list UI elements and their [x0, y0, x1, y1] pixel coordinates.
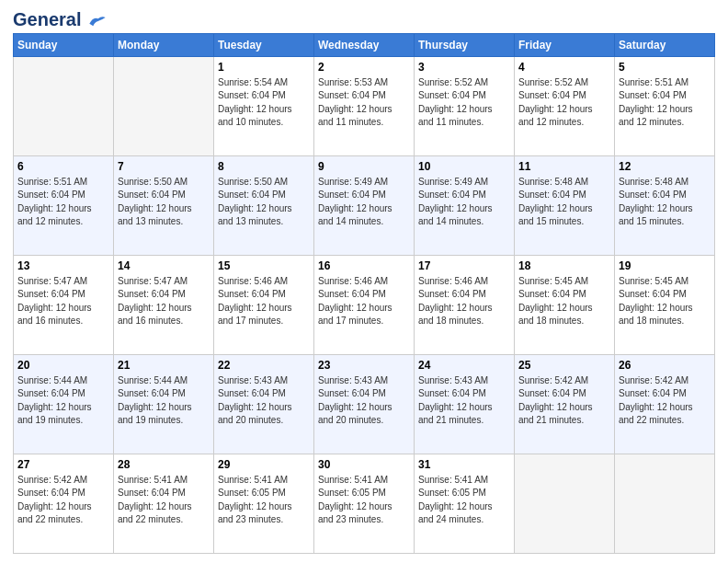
day-number: 20: [17, 358, 109, 373]
calendar-cell: [14, 57, 114, 156]
day-number: 14: [118, 259, 210, 274]
calendar-cell: 2Sunrise: 5:53 AM Sunset: 6:04 PM Daylig…: [314, 57, 415, 156]
day-info: Sunrise: 5:41 AM Sunset: 6:05 PM Dayligh…: [418, 474, 510, 527]
day-number: 9: [318, 159, 410, 175]
weekday-header-wednesday: Wednesday: [314, 34, 415, 57]
day-info: Sunrise: 5:49 AM Sunset: 6:04 PM Dayligh…: [418, 176, 510, 229]
calendar-cell: 27Sunrise: 5:42 AM Sunset: 6:04 PM Dayli…: [14, 454, 114, 554]
calendar-cell: 18Sunrise: 5:45 AM Sunset: 6:04 PM Dayli…: [515, 256, 615, 355]
calendar-week-4: 20Sunrise: 5:44 AM Sunset: 6:04 PM Dayli…: [14, 355, 715, 454]
day-info: Sunrise: 5:41 AM Sunset: 6:04 PM Dayligh…: [118, 474, 210, 527]
day-number: 23: [318, 358, 410, 373]
calendar-cell: 19Sunrise: 5:45 AM Sunset: 6:04 PM Dayli…: [615, 256, 715, 355]
day-info: Sunrise: 5:49 AM Sunset: 6:04 PM Dayligh…: [318, 176, 410, 229]
day-info: Sunrise: 5:52 AM Sunset: 6:04 PM Dayligh…: [418, 76, 510, 130]
calendar-cell: 24Sunrise: 5:43 AM Sunset: 6:04 PM Dayli…: [415, 355, 515, 454]
day-info: Sunrise: 5:45 AM Sunset: 6:04 PM Dayligh…: [518, 275, 610, 328]
day-number: 18: [518, 259, 610, 274]
day-number: 24: [418, 358, 510, 373]
calendar-cell: 29Sunrise: 5:41 AM Sunset: 6:05 PM Dayli…: [214, 454, 314, 554]
day-info: Sunrise: 5:46 AM Sunset: 6:04 PM Dayligh…: [318, 275, 410, 328]
day-number: 22: [218, 358, 310, 373]
calendar-body: 1Sunrise: 5:54 AM Sunset: 6:04 PM Daylig…: [14, 57, 715, 554]
logo-bird-icon: [88, 15, 107, 28]
calendar-cell: 8Sunrise: 5:50 AM Sunset: 6:04 PM Daylig…: [214, 156, 314, 256]
day-info: Sunrise: 5:43 AM Sunset: 6:04 PM Dayligh…: [418, 374, 510, 428]
calendar-cell: 28Sunrise: 5:41 AM Sunset: 6:04 PM Dayli…: [114, 454, 214, 554]
day-number: 10: [418, 159, 510, 175]
day-info: Sunrise: 5:43 AM Sunset: 6:04 PM Dayligh…: [218, 374, 310, 428]
calendar-cell: 31Sunrise: 5:41 AM Sunset: 6:05 PM Dayli…: [415, 454, 515, 554]
day-number: 4: [518, 60, 610, 75]
calendar-cell: 25Sunrise: 5:42 AM Sunset: 6:04 PM Dayli…: [515, 355, 615, 454]
day-info: Sunrise: 5:53 AM Sunset: 6:04 PM Dayligh…: [318, 76, 410, 130]
day-number: 5: [619, 60, 711, 75]
page: General SundayMondayTuesdayWednesdayThur…: [0, 0, 728, 563]
calendar-week-2: 6Sunrise: 5:51 AM Sunset: 6:04 PM Daylig…: [14, 156, 715, 256]
day-info: Sunrise: 5:48 AM Sunset: 6:04 PM Dayligh…: [518, 176, 610, 229]
day-info: Sunrise: 5:54 AM Sunset: 6:04 PM Dayligh…: [218, 76, 310, 130]
day-info: Sunrise: 5:42 AM Sunset: 6:04 PM Dayligh…: [619, 374, 711, 428]
day-info: Sunrise: 5:44 AM Sunset: 6:04 PM Dayligh…: [17, 374, 109, 428]
day-info: Sunrise: 5:52 AM Sunset: 6:04 PM Dayligh…: [518, 76, 610, 130]
day-number: 1: [218, 60, 310, 75]
weekday-header-row: SundayMondayTuesdayWednesdayThursdayFrid…: [14, 34, 715, 57]
day-info: Sunrise: 5:50 AM Sunset: 6:04 PM Dayligh…: [218, 176, 310, 229]
day-number: 28: [118, 457, 210, 473]
weekday-header-tuesday: Tuesday: [214, 34, 314, 57]
calendar-cell: 30Sunrise: 5:41 AM Sunset: 6:05 PM Dayli…: [314, 454, 415, 554]
weekday-header-saturday: Saturday: [615, 34, 715, 57]
calendar-cell: 6Sunrise: 5:51 AM Sunset: 6:04 PM Daylig…: [14, 156, 114, 256]
calendar-cell: 1Sunrise: 5:54 AM Sunset: 6:04 PM Daylig…: [214, 57, 314, 156]
calendar-cell: [114, 57, 214, 156]
calendar-cell: 22Sunrise: 5:43 AM Sunset: 6:04 PM Dayli…: [214, 355, 314, 454]
day-number: 11: [518, 159, 610, 175]
calendar-week-1: 1Sunrise: 5:54 AM Sunset: 6:04 PM Daylig…: [14, 57, 715, 156]
calendar-cell: 3Sunrise: 5:52 AM Sunset: 6:04 PM Daylig…: [415, 57, 515, 156]
day-info: Sunrise: 5:41 AM Sunset: 6:05 PM Dayligh…: [318, 474, 410, 527]
calendar-cell: 26Sunrise: 5:42 AM Sunset: 6:04 PM Dayli…: [615, 355, 715, 454]
day-number: 19: [619, 259, 711, 274]
calendar-cell: 10Sunrise: 5:49 AM Sunset: 6:04 PM Dayli…: [415, 156, 515, 256]
day-number: 3: [418, 60, 510, 75]
day-number: 15: [218, 259, 310, 274]
calendar-cell: 13Sunrise: 5:47 AM Sunset: 6:04 PM Dayli…: [14, 256, 114, 355]
day-info: Sunrise: 5:48 AM Sunset: 6:04 PM Dayligh…: [619, 176, 711, 229]
calendar-cell: 16Sunrise: 5:46 AM Sunset: 6:04 PM Dayli…: [314, 256, 415, 355]
calendar-cell: 20Sunrise: 5:44 AM Sunset: 6:04 PM Dayli…: [14, 355, 114, 454]
weekday-header-friday: Friday: [515, 34, 615, 57]
day-number: 21: [118, 358, 210, 373]
day-number: 26: [619, 358, 711, 373]
calendar-cell: [615, 454, 715, 554]
day-info: Sunrise: 5:46 AM Sunset: 6:04 PM Dayligh…: [418, 275, 510, 328]
calendar-cell: 11Sunrise: 5:48 AM Sunset: 6:04 PM Dayli…: [515, 156, 615, 256]
day-number: 6: [17, 159, 109, 175]
day-info: Sunrise: 5:45 AM Sunset: 6:04 PM Dayligh…: [619, 275, 711, 328]
day-number: 12: [619, 159, 711, 175]
logo-text: General: [13, 9, 107, 29]
day-number: 13: [17, 259, 109, 274]
calendar-cell: 21Sunrise: 5:44 AM Sunset: 6:04 PM Dayli…: [114, 355, 214, 454]
day-info: Sunrise: 5:44 AM Sunset: 6:04 PM Dayligh…: [118, 374, 210, 428]
calendar-table: SundayMondayTuesdayWednesdayThursdayFrid…: [13, 33, 715, 554]
day-info: Sunrise: 5:51 AM Sunset: 6:04 PM Dayligh…: [17, 176, 109, 229]
day-info: Sunrise: 5:41 AM Sunset: 6:05 PM Dayligh…: [218, 474, 310, 527]
calendar-cell: 17Sunrise: 5:46 AM Sunset: 6:04 PM Dayli…: [415, 256, 515, 355]
day-number: 29: [218, 457, 310, 473]
calendar-cell: [515, 454, 615, 554]
calendar-cell: 12Sunrise: 5:48 AM Sunset: 6:04 PM Dayli…: [615, 156, 715, 256]
day-info: Sunrise: 5:50 AM Sunset: 6:04 PM Dayligh…: [118, 176, 210, 229]
weekday-header-monday: Monday: [114, 34, 214, 57]
day-number: 27: [17, 457, 109, 473]
weekday-header-sunday: Sunday: [14, 34, 114, 57]
day-info: Sunrise: 5:46 AM Sunset: 6:04 PM Dayligh…: [218, 275, 310, 328]
calendar-week-3: 13Sunrise: 5:47 AM Sunset: 6:04 PM Dayli…: [14, 256, 715, 355]
calendar-header: SundayMondayTuesdayWednesdayThursdayFrid…: [14, 34, 715, 57]
day-number: 25: [518, 358, 610, 373]
day-number: 7: [118, 159, 210, 175]
day-info: Sunrise: 5:51 AM Sunset: 6:04 PM Dayligh…: [619, 76, 711, 130]
day-info: Sunrise: 5:47 AM Sunset: 6:04 PM Dayligh…: [17, 275, 109, 328]
logo: General: [13, 9, 107, 28]
day-info: Sunrise: 5:42 AM Sunset: 6:04 PM Dayligh…: [17, 474, 109, 527]
calendar-cell: 7Sunrise: 5:50 AM Sunset: 6:04 PM Daylig…: [114, 156, 214, 256]
